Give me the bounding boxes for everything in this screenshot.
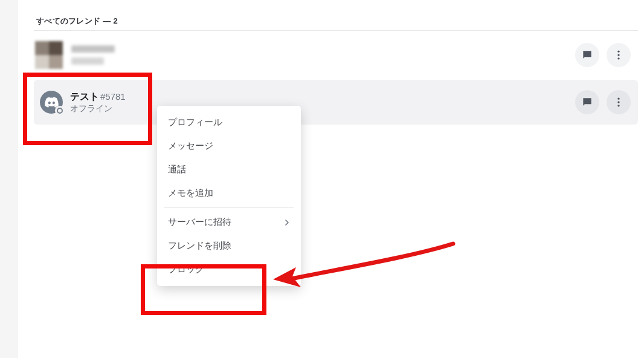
header-count: 2 — [114, 16, 118, 25]
chevron-right-icon — [284, 218, 290, 227]
menu-item-label: サーバーに招待 — [168, 216, 231, 228]
more-button[interactable] — [607, 43, 631, 67]
more-button[interactable] — [607, 90, 631, 114]
message-button[interactable] — [575, 90, 599, 114]
menu-item-label: 通話 — [168, 164, 186, 175]
menu-item-label: ブロック — [168, 264, 204, 275]
friends-panel: すべてのフレンド — 2 — [0, 0, 644, 358]
message-icon — [581, 96, 593, 108]
menu-item-label: メッセージ — [168, 140, 213, 152]
header-label: すべてのフレンド — [36, 16, 100, 25]
svg-point-5 — [617, 105, 619, 106]
friend-status: オフライン — [70, 103, 126, 114]
friend-info-blurred — [71, 45, 115, 65]
friend-row[interactable] — [35, 36, 638, 74]
menu-item-label: プロフィール — [168, 117, 222, 128]
menu-item-block[interactable]: ブロック — [157, 258, 301, 281]
avatar — [35, 41, 63, 69]
menu-item-add-note[interactable]: メモを追加 — [157, 181, 301, 205]
discord-icon — [44, 97, 59, 108]
header-divider — [34, 30, 638, 31]
friend-name: テスト — [70, 91, 99, 102]
menu-item-remove-friend[interactable]: フレンドを削除 — [157, 234, 301, 258]
context-menu: プロフィール メッセージ 通話 メモを追加 サーバーに招待 フレンドを削除 ブロ… — [157, 106, 301, 286]
svg-point-0 — [617, 51, 619, 53]
menu-item-label: フレンドを削除 — [168, 240, 231, 252]
more-icon — [613, 96, 625, 108]
menu-separator — [164, 207, 294, 208]
avatar — [40, 91, 63, 114]
annotation-arrow — [272, 239, 465, 324]
friends-header: すべてのフレンド — 2 — [36, 16, 118, 27]
more-icon — [613, 49, 625, 61]
friend-info: テスト#5781 オフライン — [70, 91, 126, 114]
friend-row-selected[interactable]: テスト#5781 オフライン — [34, 80, 638, 125]
left-gutter — [0, 0, 18, 358]
friend-tag: #5781 — [100, 91, 126, 102]
svg-point-4 — [617, 101, 619, 103]
svg-point-2 — [617, 57, 619, 59]
svg-point-1 — [617, 54, 619, 56]
svg-point-3 — [617, 98, 619, 100]
menu-item-label: メモを追加 — [168, 187, 213, 199]
menu-item-call[interactable]: 通話 — [157, 158, 301, 181]
menu-item-invite-server[interactable]: サーバーに招待 — [157, 210, 301, 234]
menu-item-profile[interactable]: プロフィール — [157, 111, 301, 134]
message-button[interactable] — [575, 43, 599, 67]
menu-item-message[interactable]: メッセージ — [157, 134, 301, 158]
message-icon — [581, 49, 593, 61]
status-offline-icon — [55, 106, 65, 116]
header-sep: — — [103, 16, 113, 25]
